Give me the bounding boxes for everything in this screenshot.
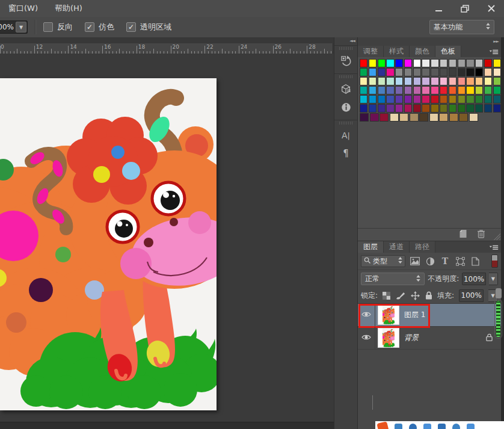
color-swatch[interactable] [413,86,421,94]
color-swatch[interactable] [395,68,403,76]
color-swatch[interactable] [431,77,438,85]
layer-row[interactable]: 图层 1 [358,304,501,327]
info-panel-icon[interactable] [334,98,357,116]
layer-thumbnail[interactable] [378,305,399,325]
color-swatch[interactable] [378,77,386,85]
color-swatch[interactable] [458,59,466,67]
color-swatch[interactable] [431,68,438,76]
collapse-dock-button[interactable]: ◄◄ [334,37,357,45]
minimize-button[interactable] [429,2,447,15]
color-swatch[interactable] [386,104,394,113]
color-swatch[interactable] [422,104,429,113]
layer-filter-toggle[interactable] [491,255,498,268]
delete-swatch-icon[interactable] [477,229,485,240]
color-swatch[interactable] [475,95,483,103]
restore-button[interactable] [456,2,474,15]
color-swatch[interactable] [386,95,394,103]
layer-visibility-toggle[interactable] [358,304,375,326]
color-swatch[interactable] [422,95,429,103]
color-swatch[interactable] [399,113,408,122]
adjustment-layer-filter-icon[interactable] [425,255,435,267]
color-swatch[interactable] [475,68,483,76]
color-swatch[interactable] [458,104,466,113]
blend-mode-dropdown[interactable]: 正常 [361,273,425,285]
tab-图层[interactable]: 图层 [358,241,384,253]
layer-name[interactable]: 图层 1 [404,310,425,320]
color-swatch[interactable] [458,77,466,85]
checkbox-透明区域[interactable]: ✓透明区域 [126,22,171,32]
shape-layer-filter-icon[interactable] [455,255,466,267]
color-swatch[interactable] [484,95,492,103]
color-swatch[interactable] [422,86,429,94]
color-swatch[interactable] [404,86,412,94]
color-swatch[interactable] [449,59,456,67]
color-swatch[interactable] [422,68,429,76]
color-swatch[interactable] [449,77,456,85]
color-swatch[interactable] [386,77,394,85]
color-swatch[interactable] [475,59,483,67]
pixel-layer-filter-icon[interactable] [410,255,420,267]
color-swatch[interactable] [439,113,448,122]
color-swatch[interactable] [360,104,367,113]
color-swatch[interactable] [413,95,421,103]
tab-调整[interactable]: 调整 [358,46,384,57]
color-swatch[interactable] [484,77,492,85]
color-swatch[interactable] [493,86,501,94]
color-swatch[interactable] [360,86,367,94]
color-swatch[interactable] [493,95,501,103]
color-swatch[interactable] [484,86,492,94]
opacity-value[interactable]: 100% [462,273,486,285]
layer-visibility-toggle[interactable] [358,327,375,349]
color-swatch[interactable] [386,59,394,67]
color-swatch[interactable] [360,95,367,103]
color-swatch[interactable] [484,59,492,67]
document-canvas[interactable] [0,78,217,410]
layers-panel-menu-icon[interactable] [489,244,499,252]
checkbox-仿色[interactable]: ✓仿色 [85,22,114,32]
color-swatch[interactable] [390,113,399,122]
tab-通道[interactable]: 通道 [384,241,410,253]
fill-value[interactable]: 100% [459,289,484,302]
color-swatch[interactable] [431,59,438,67]
tab-路径[interactable]: 路径 [410,241,435,253]
color-swatch[interactable] [378,86,386,94]
color-swatch[interactable] [419,113,428,122]
layer-row[interactable]: 背景 [358,327,501,350]
color-swatch[interactable] [440,104,447,113]
tab-色板[interactable]: 色板 [435,46,461,57]
checkbox-反向[interactable]: 反向 [43,22,73,32]
color-swatch[interactable] [404,77,412,85]
color-swatch[interactable] [466,95,474,103]
color-swatch[interactable] [466,104,474,113]
color-swatch[interactable] [466,86,474,94]
color-swatch[interactable] [431,86,438,94]
color-swatch[interactable] [440,68,447,76]
color-swatch[interactable] [449,95,456,103]
type-layer-filter-icon[interactable]: T [440,255,450,267]
color-swatch[interactable] [369,86,376,94]
color-swatch[interactable] [369,68,376,76]
color-swatch[interactable] [493,104,501,113]
color-swatch[interactable] [413,104,421,113]
color-swatch[interactable] [459,113,468,122]
color-swatch[interactable] [422,77,429,85]
color-swatch[interactable] [475,104,483,113]
color-swatch[interactable] [404,59,412,67]
menu-item[interactable]: 帮助(H) [46,3,91,14]
color-swatch[interactable] [395,104,403,113]
color-swatch[interactable] [395,86,403,94]
color-swatch[interactable] [458,68,466,76]
layer-name[interactable]: 背景 [404,333,419,343]
color-swatch[interactable] [440,77,447,85]
lock-image-pixels-icon[interactable] [396,291,405,300]
color-swatch[interactable] [378,104,386,113]
lock-transparent-pixels-icon[interactable] [383,292,390,300]
workspace-switcher[interactable]: 基本功能 [429,20,494,34]
color-swatch[interactable] [431,104,438,113]
color-swatch[interactable] [475,77,483,85]
color-swatch[interactable] [440,86,447,94]
color-swatch[interactable] [493,59,501,67]
color-swatch[interactable] [449,86,456,94]
zoom-dropdown[interactable]: 00% ▼ [0,20,28,34]
close-button[interactable] [482,2,500,15]
